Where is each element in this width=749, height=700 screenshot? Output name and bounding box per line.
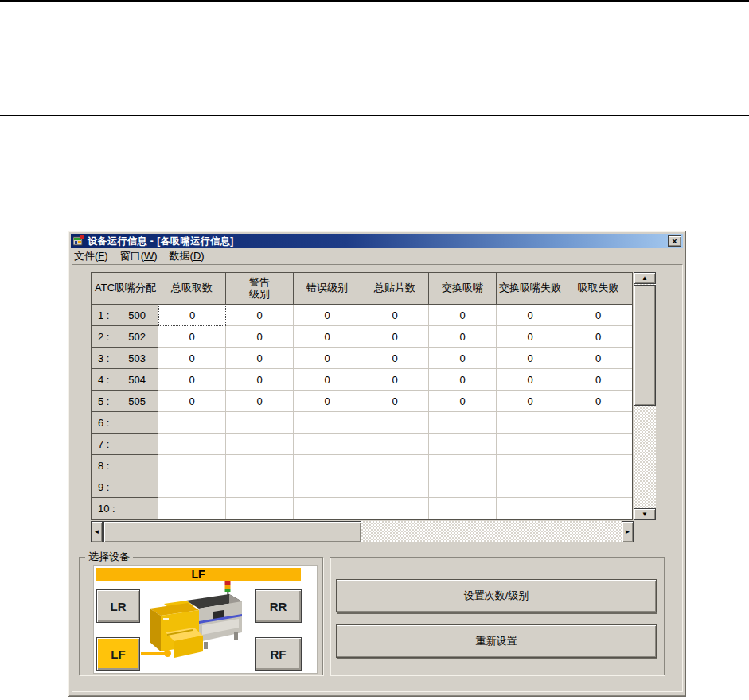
table-cell[interactable]: 0 xyxy=(564,369,632,391)
table-cell[interactable]: 0 xyxy=(361,305,429,326)
table-cell[interactable]: 0 xyxy=(429,326,497,348)
row-header[interactable]: 6 : xyxy=(92,412,158,434)
table-cell[interactable]: 0 xyxy=(226,326,294,348)
table-cell[interactable]: 0 xyxy=(497,369,564,391)
column-header[interactable]: 总贴片数 xyxy=(361,273,429,305)
column-header-atc-nozzle[interactable]: ATC吸嘴分配 xyxy=(92,273,158,305)
table-cell[interactable]: 0 xyxy=(564,305,632,326)
table-cell[interactable] xyxy=(497,455,564,476)
table-cell[interactable] xyxy=(226,476,294,498)
table-cell[interactable]: 0 xyxy=(361,369,429,391)
table-cell[interactable]: 0 xyxy=(497,348,564,369)
column-header[interactable]: 总吸取数 xyxy=(158,273,226,305)
table-cell[interactable] xyxy=(497,498,564,519)
table-cell[interactable] xyxy=(361,498,429,519)
table-cell[interactable]: 0 xyxy=(497,326,564,348)
table-cell[interactable] xyxy=(429,455,497,476)
row-header[interactable]: 8 : xyxy=(92,455,158,476)
table-cell[interactable]: 0 xyxy=(564,391,632,412)
column-header[interactable]: 警告 级别 xyxy=(226,273,294,305)
column-header[interactable]: 错误级别 xyxy=(294,273,361,305)
vertical-scrollbar[interactable]: ▲ ▼ xyxy=(634,272,656,520)
table-cell[interactable]: 0 xyxy=(226,348,294,369)
menu-item-window[interactable]: 窗口(W) xyxy=(115,248,165,264)
table-cell[interactable]: 0 xyxy=(564,348,632,369)
table-cell[interactable] xyxy=(158,498,226,519)
table-cell[interactable]: 0 xyxy=(429,391,497,412)
menu-item-file[interactable]: 文件(F) xyxy=(71,248,115,264)
table-cell[interactable]: 0 xyxy=(158,348,226,369)
table-cell[interactable] xyxy=(158,434,226,455)
row-header[interactable]: 3 :503 xyxy=(92,348,158,369)
row-header[interactable]: 9 : xyxy=(92,476,158,498)
menu-item-data[interactable]: 数据(D) xyxy=(165,248,212,264)
horizontal-scrollbar[interactable]: ◄ ► xyxy=(91,521,634,542)
table-cell[interactable] xyxy=(226,412,294,434)
device-button-lf[interactable]: LF xyxy=(96,637,140,671)
scroll-left-button[interactable]: ◄ xyxy=(91,521,103,542)
table-cell[interactable] xyxy=(361,455,429,476)
table-cell[interactable]: 0 xyxy=(497,391,564,412)
table-cell[interactable] xyxy=(429,498,497,519)
row-header[interactable]: 2 :502 xyxy=(92,326,158,348)
table-cell[interactable]: 0 xyxy=(497,305,564,326)
table-cell[interactable]: 0 xyxy=(158,369,226,391)
table-cell[interactable]: 0 xyxy=(361,348,429,369)
table-cell[interactable]: 0 xyxy=(158,391,226,412)
column-header[interactable]: 交换吸嘴 xyxy=(429,273,497,305)
scroll-right-button[interactable]: ► xyxy=(622,521,634,542)
table-cell[interactable] xyxy=(294,476,361,498)
table-cell[interactable] xyxy=(226,434,294,455)
table-cell[interactable] xyxy=(226,498,294,519)
row-header[interactable]: 7 : xyxy=(92,434,158,455)
row-header[interactable]: 5 :505 xyxy=(92,391,158,412)
table-cell[interactable] xyxy=(361,412,429,434)
column-header[interactable]: 交换吸嘴失败 xyxy=(497,273,564,305)
table-cell[interactable]: 0 xyxy=(294,326,361,348)
table-cell[interactable] xyxy=(294,412,361,434)
scroll-down-button[interactable]: ▼ xyxy=(634,508,656,520)
titlebar[interactable]: 设备运行信息 - [各吸嘴运行信息] × xyxy=(71,234,683,248)
table-cell[interactable] xyxy=(564,498,632,519)
table-cell[interactable]: 0 xyxy=(294,369,361,391)
table-cell[interactable] xyxy=(361,434,429,455)
table-cell[interactable] xyxy=(158,455,226,476)
table-cell[interactable]: 0 xyxy=(158,305,226,326)
table-cell[interactable] xyxy=(361,476,429,498)
table-cell[interactable] xyxy=(294,434,361,455)
set-count-level-button[interactable]: 设置次数/级别 xyxy=(336,579,657,612)
row-header[interactable]: 10 : xyxy=(92,498,158,519)
horizontal-scroll-thumb[interactable] xyxy=(103,521,361,542)
table-cell[interactable] xyxy=(497,476,564,498)
table-cell[interactable]: 0 xyxy=(361,391,429,412)
table-cell[interactable] xyxy=(497,412,564,434)
table-cell[interactable] xyxy=(429,476,497,498)
table-cell[interactable]: 0 xyxy=(429,369,497,391)
table-cell[interactable] xyxy=(158,476,226,498)
device-button-lr[interactable]: LR xyxy=(96,589,140,623)
table-cell[interactable]: 0 xyxy=(429,305,497,326)
table-cell[interactable]: 0 xyxy=(294,305,361,326)
table-cell[interactable]: 0 xyxy=(226,369,294,391)
vertical-scroll-thumb[interactable] xyxy=(634,285,656,406)
device-button-rr[interactable]: RR xyxy=(255,589,302,623)
scroll-up-button[interactable]: ▲ xyxy=(634,272,656,284)
table-cell[interactable]: 0 xyxy=(361,326,429,348)
table-cell[interactable] xyxy=(429,412,497,434)
table-cell[interactable] xyxy=(564,434,632,455)
table-cell[interactable] xyxy=(564,412,632,434)
table-cell[interactable]: 0 xyxy=(294,391,361,412)
table-cell[interactable] xyxy=(497,434,564,455)
table-cell[interactable] xyxy=(429,434,497,455)
table-cell[interactable] xyxy=(564,455,632,476)
row-header[interactable]: 4 :504 xyxy=(92,369,158,391)
column-header[interactable]: 吸取失败 xyxy=(564,273,632,305)
table-cell[interactable]: 0 xyxy=(226,391,294,412)
table-cell[interactable] xyxy=(564,476,632,498)
table-cell[interactable]: 0 xyxy=(226,305,294,326)
table-cell[interactable] xyxy=(294,455,361,476)
table-cell[interactable] xyxy=(294,498,361,519)
table-cell[interactable] xyxy=(226,455,294,476)
row-header[interactable]: 1 :500 xyxy=(92,305,158,326)
table-cell[interactable]: 0 xyxy=(158,326,226,348)
